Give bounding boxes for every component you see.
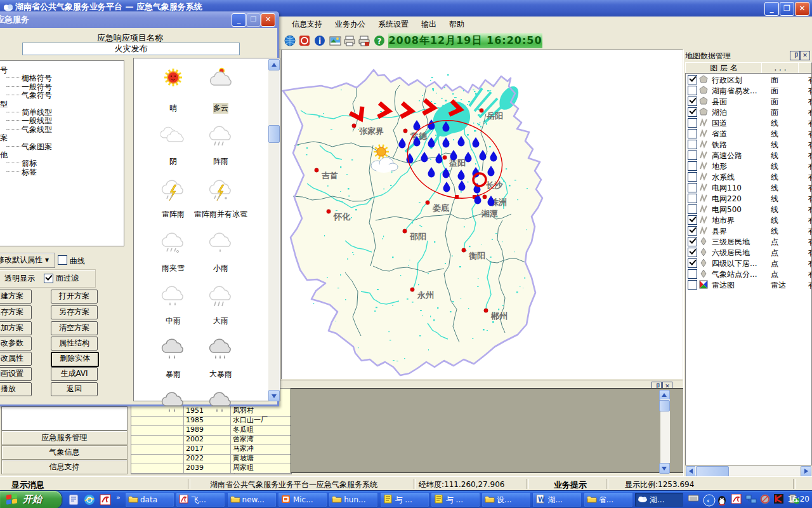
weather-label[interactable]: 阵雨 [213,156,228,167]
layer-checkbox[interactable] [688,204,697,214]
layer-checkbox[interactable] [688,129,697,138]
project-name-input[interactable]: 火灾发布 [22,43,240,55]
dialog-button[interactable]: 播放 [0,382,32,396]
dialog-button[interactable]: 添加方案 [0,321,32,335]
default-attr-dropdown[interactable]: 修改默认属性 ▾ [0,253,55,268]
weather-icon-midrain[interactable] [160,283,186,311]
map-area[interactable]: 张家界常德岳阳益阳吉首怀化娄底长沙株洲湘潭邵阳衡阳永州郴州 [281,50,683,379]
layer-name[interactable]: 四级以下居... [712,258,757,269]
dialog-minimize-button[interactable]: _ [232,13,246,27]
layer-checkbox[interactable] [688,140,697,149]
sidebar-button-2[interactable]: 信息支持 [1,460,128,474]
help-icon[interactable]: ? [373,34,386,48]
tree-item[interactable]: 标签 [22,167,37,178]
taskbar-item-1[interactable]: 飞... [176,493,225,507]
pin-icon[interactable]: 卩 [790,51,800,60]
red-app-icon[interactable] [731,494,742,506]
menu-1[interactable]: 业务办公 [329,17,372,30]
layer-checkbox[interactable] [688,237,697,246]
weather-icon-partly[interactable] [208,66,233,93]
globe-icon[interactable] [284,34,297,48]
weather-icon-shower[interactable] [208,123,233,150]
taskbar-item-8[interactable]: W湖... [533,493,581,507]
layer-checkbox[interactable] [688,172,697,182]
weather-label[interactable]: 雷阵雨 [162,209,185,220]
dialog-button[interactable]: 另存方案 [51,305,98,319]
dialog-button[interactable]: 打开方案 [51,290,98,304]
restore-button[interactable]: ❐ [780,2,794,16]
weather-label[interactable]: 大暴雨 [209,369,232,380]
language-icon[interactable]: ‹ [703,494,716,508]
sidebar-listbox[interactable] [1,406,128,431]
layer-checkbox[interactable] [688,194,697,203]
sidebar-button-1[interactable]: 气象信息 [1,445,128,460]
quicklaunch-app-icon[interactable] [67,493,80,506]
layer-checkbox[interactable] [688,215,697,225]
dialog-button[interactable]: 属性结构 [51,337,98,351]
tree-item[interactable]: 气象图案 [22,142,52,152]
tree-item[interactable]: 符号 [0,65,8,76]
layer-name[interactable]: 县面 [712,97,727,107]
menu-2[interactable]: 系统设置 [372,17,415,30]
layer-name[interactable]: 雷达图 [712,280,735,291]
table-row[interactable]: 1989冬瓜咀 [131,425,291,436]
layer-checkbox[interactable] [688,248,697,257]
taskbar-item-4[interactable]: hun... [329,493,377,507]
symbol-tree[interactable]: 符号栅格符号一般符号气象符号线型简单线型一般线型气象线型图案气象图案其他箭标标签 [0,60,124,246]
minimize-button[interactable]: _ [764,2,779,16]
layer-name[interactable]: 湖南省易发... [712,86,757,97]
menu-0[interactable]: 信息支持 [285,17,329,30]
tree-item[interactable]: 气象符号 [22,90,52,101]
layer-name[interactable]: 湖泊 [712,107,727,118]
layer-name[interactable]: 六级居民地 [712,248,750,258]
taskbar-item-7[interactable]: 设... [482,493,530,507]
layer-name[interactable]: 电网110 [712,183,742,194]
sidebar-button-0[interactable]: 应急服务管理 [1,431,128,445]
menu-3[interactable]: 输出 [415,17,443,30]
dialog-button[interactable]: 修改属性 [0,352,32,366]
info-icon[interactable]: i [313,34,327,48]
quicklaunch-ie-icon[interactable] [83,493,96,506]
weather-icon-heavyrain[interactable] [208,283,233,311]
weather-icon-thunder[interactable] [160,177,186,204]
dialog-button[interactable]: 生成AVI [51,367,98,381]
layer-name[interactable]: 电网500 [712,204,742,215]
dialog-button[interactable]: 返回 [51,382,98,396]
dialog-button[interactable]: 新建方案 [0,290,32,304]
tree-item[interactable]: 图案 [0,133,8,144]
menu-4[interactable]: 帮助 [443,17,471,30]
scroll-right-icon[interactable] [801,466,811,477]
layer-checkbox[interactable] [688,75,697,84]
weather-icon-thunderhail[interactable] [208,177,233,204]
dialog-maximize-button[interactable]: ❐ [246,13,261,27]
weather-icon-storm[interactable] [160,336,186,363]
weather-icon-partial[interactable] [208,389,233,417]
layer-name[interactable]: 行政区划 [712,75,742,86]
table-row[interactable]: 2002曾家湾 [131,435,291,445]
dialog-button[interactable]: 修改参数 [0,337,32,351]
table-row[interactable]: 2022黄坡塘 [131,454,291,464]
close-panel-icon[interactable]: ✕ [800,51,810,60]
weather-icon-sleet[interactable] [160,230,186,257]
layer-checkbox[interactable] [688,183,697,192]
filter-checkbox[interactable] [44,274,53,283]
weather-label[interactable]: 中雨 [166,316,181,326]
start-button[interactable]: 开始 [0,491,62,508]
taskbar-item-0[interactable]: data [126,493,174,507]
scroll-down-icon[interactable] [659,463,670,474]
printer-setup-icon[interactable] [358,34,371,48]
image-icon[interactable] [329,34,342,48]
layer-name[interactable]: 国道 [712,118,727,129]
taskbar-item-5[interactable]: 与 ... [381,493,429,507]
weather-icon-sunny[interactable] [160,66,186,93]
layer-name[interactable]: 三级居民地 [712,237,750,248]
weather-icon-lightrain[interactable] [208,230,233,257]
network-icon[interactable] [745,494,757,506]
layer-name[interactable]: 高速公路 [712,150,742,161]
layer-name[interactable]: 气象站点分... [712,269,757,280]
layer-checkbox[interactable] [688,258,697,268]
layer-name[interactable]: 地形 [712,161,727,172]
layer-name[interactable]: 地市界 [712,215,735,226]
quicklaunch-red-icon[interactable] [99,493,112,506]
weather-scrollbar[interactable] [268,59,279,400]
